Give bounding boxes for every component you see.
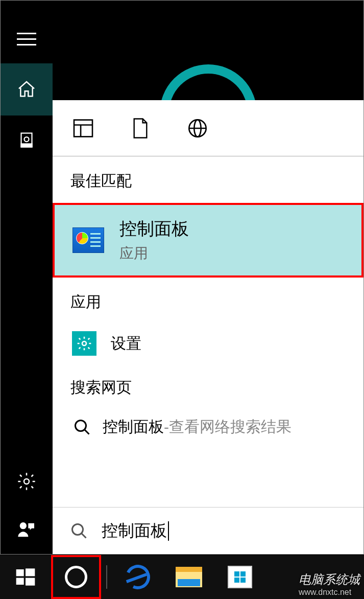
edge-icon (122, 561, 154, 593)
cortana-ring-icon (160, 64, 257, 100)
settings-app-icon (72, 331, 96, 356)
svg-rect-2 (21, 144, 32, 147)
web-search-item[interactable]: 控制面板 - 查看网络搜索结果 (53, 409, 363, 445)
cortana-sidebar (1, 1, 53, 554)
search-icon (73, 418, 91, 436)
best-match-heading: 最佳匹配 (53, 156, 363, 203)
document-icon (132, 118, 149, 139)
search-input[interactable]: 控制面板 (53, 507, 363, 554)
search-icon (70, 522, 88, 540)
svg-point-3 (24, 479, 29, 484)
control-panel-icon (72, 227, 104, 253)
hamburger-icon (17, 33, 36, 45)
svg-point-4 (20, 522, 27, 529)
documents-filter[interactable] (130, 118, 151, 139)
watermark-brand: 电脑系统城 (299, 572, 360, 586)
svg-rect-18 (16, 578, 24, 585)
svg-line-15 (82, 533, 86, 538)
menu-button[interactable] (1, 15, 53, 63)
watermark-url: www.dnxtc.net (299, 588, 360, 597)
web-heading: 搜索网页 (53, 363, 363, 409)
web-search-term: 控制面板 (103, 417, 164, 437)
svg-rect-19 (26, 578, 35, 586)
text-cursor (168, 521, 169, 541)
watermark: 电脑系统城 www.dnxtc.net (299, 571, 360, 597)
results-area: 最佳匹配 控制面板 应用 应用 设置 搜索网页 (53, 100, 363, 554)
web-filter[interactable] (187, 118, 208, 139)
svg-rect-17 (26, 568, 35, 576)
file-explorer-icon (176, 567, 202, 587)
edge-taskbar-button[interactable] (112, 555, 163, 599)
best-match-title: 控制面板 (119, 217, 189, 241)
feedback-button[interactable] (1, 505, 53, 554)
feedback-icon (16, 520, 37, 540)
notebook-icon (17, 131, 36, 149)
svg-point-11 (82, 341, 86, 345)
svg-point-1 (25, 137, 29, 142)
home-button[interactable] (1, 63, 53, 116)
start-button[interactable] (0, 555, 51, 599)
best-match-item[interactable]: 控制面板 应用 (53, 203, 363, 278)
settings-button[interactable] (1, 457, 53, 505)
home-icon (16, 79, 37, 100)
cortana-header (53, 1, 363, 100)
search-panel: 最佳匹配 控制面板 应用 应用 设置 搜索网页 (53, 1, 363, 554)
notebook-button[interactable] (1, 116, 53, 164)
svg-rect-16 (16, 569, 24, 576)
app-item-settings[interactable]: 设置 (53, 324, 363, 363)
svg-point-12 (76, 420, 86, 431)
svg-rect-5 (74, 120, 92, 136)
apps-filter[interactable] (73, 118, 93, 139)
cortana-circle-icon (65, 566, 87, 588)
web-search-separator: - (164, 419, 169, 436)
search-value: 控制面板 (102, 520, 167, 542)
cortana-taskbar-button[interactable] (51, 555, 101, 599)
filter-row (53, 100, 363, 156)
svg-line-13 (85, 429, 89, 434)
windows-icon (15, 567, 36, 587)
taskbar-separator (106, 565, 107, 589)
gear-icon (16, 471, 37, 492)
svg-point-14 (72, 524, 83, 535)
window-icon (73, 119, 93, 137)
store-icon (228, 566, 252, 588)
globe-icon (187, 118, 208, 139)
app-item-label: 设置 (111, 333, 141, 354)
explorer-taskbar-button[interactable] (163, 555, 214, 599)
web-search-hint: 查看网络搜索结果 (169, 417, 292, 437)
apps-heading: 应用 (53, 278, 363, 324)
best-match-subtitle: 应用 (119, 244, 189, 263)
store-taskbar-button[interactable] (214, 555, 265, 599)
